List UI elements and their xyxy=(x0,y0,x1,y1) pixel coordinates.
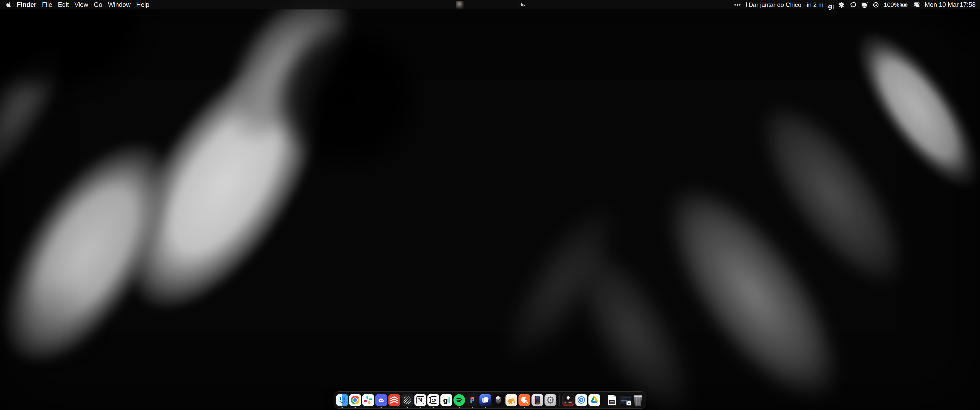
grammarly-app-icon: g xyxy=(441,394,452,406)
raycast-icon: raycast xyxy=(562,394,574,406)
notion-icon: N xyxy=(414,394,426,406)
dock-google-drive[interactable] xyxy=(588,394,600,406)
running-indicator xyxy=(355,407,356,408)
event-countdown-item[interactable]: Dar jantar do Chico · in 2 m xyxy=(744,0,826,10)
menu-view[interactable]: View xyxy=(72,0,91,10)
running-indicator xyxy=(407,407,408,408)
dock-separator xyxy=(559,394,560,406)
chrome-icon xyxy=(349,394,361,406)
iphone-mirroring-icon xyxy=(531,394,543,406)
screen-capture-menu-item[interactable] xyxy=(859,0,870,10)
google-drive-icon xyxy=(588,394,600,406)
dock: N 10 g xyxy=(334,391,646,409)
menu-bar-status: ••• Dar jantar do Chico · in 2 m g xyxy=(732,0,980,10)
control-center-menu-item[interactable] xyxy=(911,0,922,10)
dock-separator xyxy=(603,394,603,406)
document-file-icon xyxy=(606,394,618,406)
now-playing-album-art[interactable] xyxy=(456,1,463,9)
event-countdown-text: Dar jantar do Chico · in 2 m xyxy=(747,1,823,8)
todoist-icon xyxy=(388,394,400,406)
dock-1password[interactable] xyxy=(575,394,587,406)
dock-figma[interactable] xyxy=(466,394,478,406)
dock-notion-calendar[interactable]: 10 xyxy=(428,394,439,406)
running-indicator xyxy=(433,407,434,408)
running-indicator xyxy=(524,407,525,408)
clock-menu-item[interactable]: Mon 10 Mar 17:58 xyxy=(922,0,978,10)
dock-trash[interactable] xyxy=(632,394,644,406)
dock-window-stack[interactable]: 10 xyxy=(619,394,631,406)
running-indicator xyxy=(380,407,382,408)
elephant-app-icon xyxy=(506,394,517,406)
apple-menu[interactable] xyxy=(3,0,14,10)
notion-letter: N xyxy=(416,396,424,404)
running-indicator xyxy=(342,407,343,408)
slack-icon xyxy=(363,394,374,406)
menu-bar-time: 17:58 xyxy=(959,1,976,8)
battery-menu-item[interactable]: 100% xyxy=(881,0,911,10)
calendar-badge: 10 xyxy=(627,401,632,406)
grammarly-icon: g xyxy=(828,3,832,10)
dock-spline[interactable] xyxy=(493,394,504,406)
menu-go[interactable]: Go xyxy=(91,0,105,10)
grammarly-cursor-icon xyxy=(833,5,834,10)
dock-postman[interactable] xyxy=(519,394,530,406)
running-indicator xyxy=(458,407,460,408)
calendar-date-number: 10 xyxy=(430,396,438,404)
flower-menu-item[interactable] xyxy=(836,0,847,10)
hidden-items-ellipsis[interactable]: ••• xyxy=(732,0,744,10)
dock-document-file[interactable] xyxy=(606,394,618,406)
window-thumbnail-icon: 10 xyxy=(619,394,631,406)
battery-percent: 100% xyxy=(884,1,900,8)
desktop: Finder File Edit View Go Window Help •••… xyxy=(0,0,980,410)
discord-icon xyxy=(375,394,387,406)
desktop-wallpaper xyxy=(0,0,980,410)
flower-asterisk-icon xyxy=(838,2,845,8)
trash-icon xyxy=(632,394,644,406)
dock-raycast[interactable]: raycast xyxy=(562,394,574,406)
battery-charging-icon xyxy=(900,3,909,7)
dock-elephas[interactable] xyxy=(506,394,517,406)
rounded-shape-icon xyxy=(850,2,856,8)
raycast-label: raycast xyxy=(562,401,574,403)
dock-iphone-mirroring[interactable] xyxy=(531,394,543,406)
dock-finder[interactable] xyxy=(336,394,348,406)
menu-window[interactable]: Window xyxy=(105,0,134,10)
gear-icon: ⚙ xyxy=(546,396,555,405)
ring-menu-item[interactable] xyxy=(870,0,881,10)
dock-system-settings[interactable]: ⚙ xyxy=(545,394,556,406)
dock-chrome[interactable] xyxy=(349,394,361,406)
dock-linear[interactable] xyxy=(401,394,413,406)
apple-logo-icon xyxy=(6,2,11,8)
menu-file[interactable]: File xyxy=(39,0,55,10)
notion-calendar-icon: 10 xyxy=(428,394,439,406)
dock-todoist[interactable] xyxy=(388,394,400,406)
now-playing-equalizer-icon xyxy=(520,3,525,6)
dock-craft[interactable] xyxy=(479,394,491,406)
dock-spotify[interactable] xyxy=(453,394,465,406)
control-center-icon xyxy=(913,2,920,8)
menu-edit[interactable]: Edit xyxy=(55,0,72,10)
menu-help[interactable]: Help xyxy=(134,0,152,10)
finder-icon xyxy=(336,394,348,406)
spline-icon xyxy=(493,394,504,406)
figma-icon xyxy=(466,394,478,406)
dock-slack[interactable] xyxy=(363,394,374,406)
dock-discord[interactable] xyxy=(375,394,387,406)
system-settings-icon: ⚙ xyxy=(545,394,556,406)
menu-bar: Finder File Edit View Go Window Help •••… xyxy=(0,0,980,10)
concentric-ring-icon xyxy=(873,2,879,8)
running-indicator xyxy=(420,407,421,408)
dock-notion[interactable]: N xyxy=(414,394,426,406)
menu-finder[interactable]: Finder xyxy=(14,0,39,10)
running-indicator xyxy=(485,407,486,408)
dock-grammarly[interactable]: g xyxy=(441,394,452,406)
1password-icon xyxy=(575,394,587,406)
shape-menu-item[interactable] xyxy=(847,0,859,10)
spotify-icon xyxy=(453,394,465,406)
grammarly-menu-item[interactable]: g xyxy=(826,0,836,10)
wallpaper-vignette xyxy=(0,0,980,410)
menu-bar-date: Mon 10 Mar xyxy=(924,1,959,8)
craft-icon xyxy=(479,394,491,406)
postman-icon xyxy=(519,394,530,406)
running-indicator xyxy=(472,407,473,408)
